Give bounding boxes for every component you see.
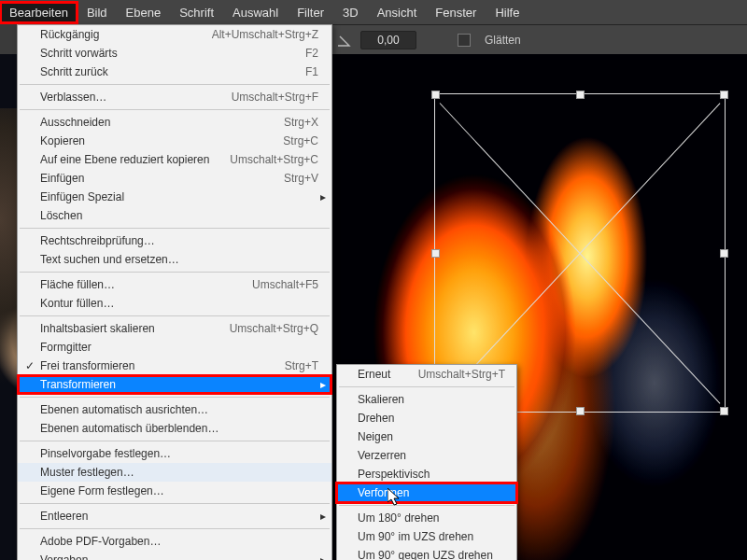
edit-item-schritt-vorw-rts[interactable]: Schritt vorwärtsF2: [18, 44, 331, 63]
edit-item-r-ckg-ngig[interactable]: RückgängigAlt+Umschalt+Strg+Z: [18, 25, 331, 44]
menu-item-label: Einfügen: [40, 172, 284, 185]
edit-item-einf-gen-spezial[interactable]: Einfügen Spezial▸: [18, 188, 331, 206]
edit-item-ausschneiden[interactable]: AusschneidenStrg+X: [18, 113, 331, 132]
menu-item-label: Entleeren: [40, 510, 318, 523]
edit-item-verblassen[interactable]: Verblassen…Umschalt+Strg+F: [18, 88, 331, 106]
submenu-arrow-icon: ▸: [320, 378, 326, 391]
menu-item-label: Rückgängig: [40, 28, 212, 41]
edit-item-entleeren[interactable]: Entleeren▸: [18, 507, 331, 525]
menu-item-shortcut: Strg+C: [283, 134, 318, 147]
smooth-checkbox[interactable]: [458, 34, 471, 47]
menu-item-label: Adobe PDF-Vorgaben…: [40, 535, 318, 548]
menu-bearbeiten[interactable]: Bearbeiten: [0, 2, 78, 23]
handle-ml[interactable]: [431, 249, 440, 258]
menu-item-label: Verblassen…: [40, 91, 232, 104]
submenu-item-label: Erneut: [358, 368, 418, 381]
menu-item-shortcut: Strg+T: [285, 359, 318, 372]
menu-item-shortcut: Strg+X: [284, 116, 318, 129]
menu-auswahl[interactable]: Auswahl: [223, 2, 288, 23]
transform-item-verformen[interactable]: Verformen: [337, 483, 516, 502]
menu-item-shortcut: Alt+Umschalt+Strg+Z: [212, 28, 318, 41]
submenu-item-label: Neigen: [358, 430, 505, 443]
transform-item-drehen[interactable]: Drehen: [337, 409, 516, 427]
edit-item-einf-gen[interactable]: EinfügenStrg+V: [18, 169, 331, 188]
transform-item-skalieren[interactable]: Skalieren: [337, 390, 516, 409]
menu-item-label: Schritt vorwärts: [40, 47, 305, 60]
edit-item-ebenen-automatisch-ausrichten[interactable]: Ebenen automatisch ausrichten…: [18, 400, 331, 419]
menu-item-label: Rechtschreibprüfung…: [40, 234, 318, 247]
menu-ansicht[interactable]: Ansicht: [368, 2, 427, 23]
menu-item-label: Schritt zurück: [40, 65, 305, 78]
submenu-item-label: Verzerren: [358, 449, 505, 462]
edit-item-kopieren[interactable]: KopierenStrg+C: [18, 132, 331, 150]
menu-item-label: Einfügen Spezial: [40, 190, 318, 203]
submenu-item-label: Um 90° gegen UZS drehen: [358, 549, 505, 560]
menubar: Bearbeiten Bild Ebene Schrift Auswahl Fi…: [0, 0, 747, 25]
submenu-item-label: Perspektivisch: [358, 468, 505, 481]
menu-item-label: Löschen: [40, 209, 318, 222]
menu-item-shortcut: F2: [305, 47, 318, 60]
menu-item-shortcut: Strg+V: [284, 172, 318, 185]
handle-tl[interactable]: [431, 91, 440, 99]
submenu-arrow-icon: ▸: [320, 553, 326, 560]
submenu-item-label: Drehen: [358, 412, 505, 425]
transform-item-um-180-drehen[interactable]: Um 180° drehen: [337, 509, 516, 527]
angle-input[interactable]: 0,00: [360, 31, 416, 49]
transform-item-perspektivisch[interactable]: Perspektivisch: [337, 465, 516, 483]
menu-hilfe[interactable]: Hilfe: [486, 2, 529, 23]
menu-item-shortcut: Umschalt+Strg+F: [232, 91, 318, 104]
menu-item-label: Ebenen automatisch überblenden…: [40, 422, 318, 435]
edit-item-transformieren[interactable]: Transformieren▸: [18, 375, 331, 394]
menu-3d[interactable]: 3D: [333, 2, 368, 23]
menu-item-label: Eigene Form festlegen…: [40, 484, 318, 497]
tool-strip: [0, 24, 17, 56]
handle-tr[interactable]: [720, 91, 728, 99]
edit-item-auf-eine-ebene-reduziert-kopieren[interactable]: Auf eine Ebene reduziert kopierenUmschal…: [18, 150, 331, 169]
transform-item-erneut[interactable]: ErneutUmschalt+Strg+T: [337, 365, 516, 384]
menu-item-shortcut: Umschalt+F5: [252, 278, 318, 291]
submenu-arrow-icon: ▸: [320, 510, 326, 523]
menu-schrift[interactable]: Schrift: [170, 2, 223, 23]
edit-item-text-suchen-und-ersetzen[interactable]: Text suchen und ersetzen…: [18, 250, 331, 269]
handle-br[interactable]: [720, 407, 728, 415]
menu-item-label: Text suchen und ersetzen…: [40, 253, 318, 266]
submenu-item-label: Skalieren: [358, 393, 505, 406]
menu-item-label: Fläche füllen…: [40, 278, 252, 291]
handle-bm[interactable]: [576, 407, 585, 415]
edit-item-pinselvorgabe-festlegen[interactable]: Pinselvorgabe festlegen…: [18, 444, 331, 463]
menu-item-label: Pinselvorgabe festlegen…: [40, 447, 318, 460]
menu-item-shortcut: Umschalt+Strg+C: [230, 153, 318, 166]
edit-item-rechtschreibpr-fung[interactable]: Rechtschreibprüfung…: [18, 231, 331, 250]
submenu-item-shortcut: Umschalt+Strg+T: [418, 368, 505, 381]
smooth-label: Glätten: [485, 34, 521, 47]
menu-fenster[interactable]: Fenster: [426, 2, 486, 23]
angle-icon: [336, 33, 351, 48]
edit-dropdown: RückgängigAlt+Umschalt+Strg+ZSchritt vor…: [17, 24, 332, 560]
menu-item-label: Kopieren: [40, 134, 283, 147]
edit-item-l-schen[interactable]: Löschen: [18, 206, 331, 225]
edit-item-fl-che-f-llen[interactable]: Fläche füllen…Umschalt+F5: [18, 275, 331, 294]
edit-item-ebenen-automatisch-berblenden[interactable]: Ebenen automatisch überblenden…: [18, 419, 331, 438]
edit-item-inhaltsbasiert-skalieren[interactable]: Inhaltsbasiert skalierenUmschalt+Strg+Q: [18, 319, 331, 338]
edit-item-frei-transformieren[interactable]: ✓Frei transformierenStrg+T: [18, 357, 331, 375]
edit-item-muster-festlegen[interactable]: Muster festlegen…: [18, 463, 331, 482]
edit-item-formgitter[interactable]: Formgitter: [18, 338, 331, 357]
menu-bild[interactable]: Bild: [78, 2, 117, 23]
submenu-item-label: Verformen: [358, 486, 505, 499]
edit-item-adobe-pdf-vorgaben[interactable]: Adobe PDF-Vorgaben…: [18, 532, 331, 551]
edit-item-eigene-form-festlegen[interactable]: Eigene Form festlegen…: [18, 482, 331, 500]
edit-item-kontur-f-llen[interactable]: Kontur füllen…: [18, 294, 331, 313]
menu-item-label: Muster festlegen…: [40, 466, 318, 479]
edit-item-vorgaben[interactable]: Vorgaben▸: [18, 551, 331, 560]
edit-item-schritt-zur-ck[interactable]: Schritt zurückF1: [18, 63, 331, 81]
menu-item-label: Inhaltsbasiert skalieren: [40, 322, 230, 335]
transform-item-neigen[interactable]: Neigen: [337, 427, 516, 446]
menu-filter[interactable]: Filter: [288, 2, 333, 23]
menu-item-label: Formgitter: [40, 341, 318, 354]
menu-ebene[interactable]: Ebene: [117, 2, 171, 23]
transform-item-um-90-im-uzs-drehen[interactable]: Um 90° im UZS drehen: [337, 527, 516, 546]
handle-tm[interactable]: [576, 91, 585, 99]
handle-mr[interactable]: [720, 249, 728, 258]
transform-item-um-90-gegen-uzs-drehen[interactable]: Um 90° gegen UZS drehen: [337, 546, 516, 560]
transform-item-verzerren[interactable]: Verzerren: [337, 446, 516, 465]
